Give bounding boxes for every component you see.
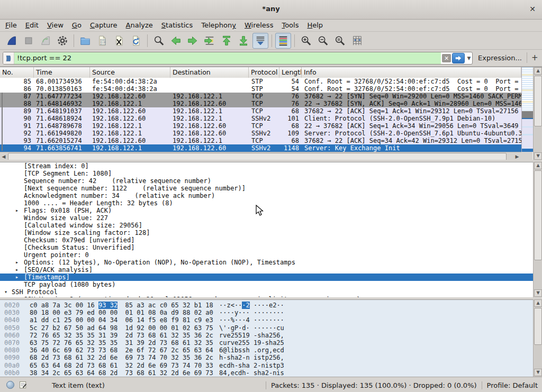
- go-back-button[interactable]: [168, 33, 184, 49]
- column-header-no[interactable]: No.: [0, 67, 34, 78]
- start-capture-button[interactable]: [4, 33, 20, 49]
- bytes-scroll-up-arrow[interactable]: ▲: [534, 299, 542, 307]
- hex-row-0050[interactable]: 00505c 27 b2 67 50 ad 64 98 1d 92 00 00 …: [0, 324, 542, 332]
- filter-bookmark-icon[interactable]: [3, 52, 14, 64]
- detail-line[interactable]: [Calculated window size: 29056]: [0, 222, 542, 229]
- hex-row-00a0[interactable]: 00a065 63 64 68 2d 73 68 61 32 2d 6e 69 …: [0, 362, 542, 369]
- close-file-button[interactable]: [111, 33, 127, 49]
- expander-open-icon[interactable]: ▾: [4, 288, 10, 296]
- detail-line[interactable]: [Checksum Status: Unverified]: [0, 244, 542, 251]
- zoom-in-button[interactable]: [298, 33, 314, 49]
- close-window-button[interactable]: ✕: [529, 5, 536, 13]
- packet-list-vscrollbar[interactable]: ▲ ▼: [533, 67, 542, 160]
- packet-row-88[interactable]: 8871.648146932192.168.122.1192.168.122.6…: [0, 100, 521, 107]
- expander-closed-icon[interactable]: ▸: [15, 259, 21, 266]
- profile-text[interactable]: Profile: Default: [487, 381, 538, 389]
- menu-capture[interactable]: Capture: [86, 20, 122, 30]
- detail-line[interactable]: 1000 .... = Header Length: 32 bytes (8): [0, 199, 542, 207]
- menu-telephony[interactable]: Telephony: [197, 20, 240, 30]
- zoom-reset-button[interactable]: [332, 33, 348, 49]
- detail-line[interactable]: Sequence number: 42 (relative sequence n…: [0, 177, 542, 185]
- scroll-up-arrow[interactable]: ▲: [534, 67, 542, 75]
- menu-edit[interactable]: Edit: [21, 20, 43, 30]
- detail-line[interactable]: [Stream index: 0]: [0, 162, 542, 170]
- scroll-down-arrow[interactable]: ▼: [534, 152, 542, 160]
- detail-line[interactable]: [TCP Segment Len: 1080]: [0, 170, 542, 177]
- save-file-button[interactable]: 010101100111: [94, 33, 110, 49]
- restart-capture-button[interactable]: [38, 33, 53, 49]
- packet-row-92[interactable]: 9271.661949820192.168.122.1192.168.122.6…: [0, 130, 521, 137]
- column-header-destination[interactable]: Destination: [170, 67, 249, 78]
- packet-row-86[interactable]: 8670.013850163fe:54:00:d4:38:2aSTP54Conf…: [0, 85, 521, 93]
- detail-line[interactable]: ▸Flags: 0x018 (PSH, ACK): [0, 207, 542, 214]
- detail-scroll-up-arrow[interactable]: ▲: [534, 162, 542, 169]
- detail-vscroll-thumb[interactable]: [534, 170, 542, 260]
- go-forward-button[interactable]: [185, 33, 201, 49]
- packet-row-91[interactable]: 9171.648789678192.168.122.1192.168.122.6…: [0, 122, 521, 130]
- column-header-length[interactable]: Length: [279, 67, 302, 78]
- packet-row-90[interactable]: 9071.648618924192.168.122.60192.168.122.…: [0, 115, 521, 122]
- filter-dropdown-arrow[interactable]: ▼: [466, 56, 472, 61]
- apply-filter-button[interactable]: [452, 53, 465, 63]
- hex-row-0080[interactable]: 008036 40 6c 69 62 73 73 68 2e 6f 72 67 …: [0, 347, 542, 354]
- detail-vscrollbar[interactable]: ▲ ▼: [533, 162, 542, 297]
- hex-row-00b0[interactable]: 00b038 34 2c 65 63 64 68 2d 73 68 61 32 …: [0, 369, 542, 377]
- detail-line[interactable]: Acknowledgment number: 34 (relative ack …: [0, 192, 542, 199]
- packet-row-94[interactable]: 9471.663856741192.168.122.1192.168.122.6…: [0, 144, 521, 152]
- menu-statistics[interactable]: Statistics: [157, 20, 197, 30]
- clear-filter-button[interactable]: ✕: [442, 54, 451, 62]
- detail-line[interactable]: ▾SSH Protocol: [0, 288, 542, 296]
- bytes-vscrollbar[interactable]: ▲ ▼: [533, 299, 542, 377]
- hex-row-0040[interactable]: 0040a1 dd c1 25 00 00 04 34 06 14 f5 e8 …: [0, 316, 542, 324]
- detail-line[interactable]: TCP payload (1080 bytes): [0, 281, 542, 288]
- stop-capture-button[interactable]: [21, 33, 37, 49]
- bytes-scroll-down-arrow[interactable]: ▼: [534, 369, 542, 376]
- go-first-button[interactable]: [219, 33, 234, 49]
- expander-closed-icon[interactable]: ▸: [15, 274, 21, 281]
- packet-row-85[interactable]: 8568.001734936fe:54:00:d4:38:2aSTP54Conf…: [0, 78, 521, 85]
- packet-row-89[interactable]: 8971.648191037192.168.122.60192.168.122.…: [0, 107, 521, 115]
- hex-row-0090[interactable]: 009068 2d 73 68 61 32 2d 6e 69 73 74 70 …: [0, 354, 542, 361]
- resize-columns-button[interactable]: [349, 33, 365, 49]
- colorize-button[interactable]: [275, 33, 291, 49]
- hex-row-0060[interactable]: 006072 76 65 32 35 35 31 39 2d 73 68 61 …: [0, 332, 542, 339]
- add-filter-button[interactable]: +: [531, 53, 538, 62]
- display-filter-input[interactable]: !tcp.port == 22: [14, 52, 441, 64]
- zoom-out-button[interactable]: [315, 33, 331, 49]
- vscroll-thumb[interactable]: [534, 76, 542, 126]
- find-packet-button[interactable]: [151, 33, 167, 49]
- display-filter-field[interactable]: !tcp.port == 22 ✕ ▼: [3, 52, 473, 65]
- go-to-packet-button[interactable]: [202, 33, 218, 49]
- packet-minimap[interactable]: [521, 67, 533, 152]
- capture-comment-icon[interactable]: [19, 381, 27, 390]
- auto-scroll-button[interactable]: [252, 33, 268, 49]
- detail-line[interactable]: ▸Options: (12 bytes), No-Operation (NOP)…: [0, 259, 542, 266]
- expert-info-icon[interactable]: [6, 381, 14, 389]
- menu-help[interactable]: Help: [303, 20, 327, 30]
- column-header-time[interactable]: Time: [34, 67, 90, 78]
- column-header-protocol[interactable]: Protocol: [249, 67, 279, 78]
- detail-scroll-down-arrow[interactable]: ▼: [534, 289, 542, 297]
- bytes-vscroll-thumb[interactable]: [534, 308, 542, 345]
- detail-line[interactable]: Checksum: 0x79ed [unverified]: [0, 236, 542, 244]
- reload-file-button[interactable]: [128, 33, 144, 49]
- detail-line[interactable]: Urgent pointer: 0: [0, 251, 542, 259]
- expander-closed-icon[interactable]: ▸: [15, 266, 21, 274]
- detail-line[interactable]: Window size value: 227: [0, 214, 542, 222]
- packet-row-93[interactable]: 9371.662015274192.168.122.60192.168.122.…: [0, 137, 521, 144]
- open-file-button[interactable]: [77, 33, 93, 49]
- detail-line[interactable]: ▸[Timestamps]: [0, 274, 542, 281]
- menu-tools[interactable]: Tools: [277, 20, 303, 30]
- scroll-right-arrow[interactable]: ▶: [513, 153, 521, 160]
- detail-line[interactable]: [Window size scaling factor: 128]: [0, 229, 542, 236]
- menu-analyze[interactable]: Analyze: [122, 20, 157, 30]
- menu-file[interactable]: File: [1, 20, 21, 30]
- hex-row-0030[interactable]: 003080 18 00 e3 79 ed 00 00 01 01 08 0a …: [0, 309, 542, 316]
- menu-wireless[interactable]: Wireless: [240, 20, 277, 30]
- capture-options-button[interactable]: [55, 33, 70, 49]
- go-last-button[interactable]: [236, 33, 251, 49]
- scroll-left-arrow[interactable]: ◀: [0, 153, 7, 160]
- packet-row-87[interactable]: 8771.647777234192.168.122.60192.168.122.…: [0, 93, 521, 100]
- expander-closed-icon[interactable]: ▸: [15, 207, 21, 214]
- titlebar[interactable]: *any ✕: [0, 0, 542, 20]
